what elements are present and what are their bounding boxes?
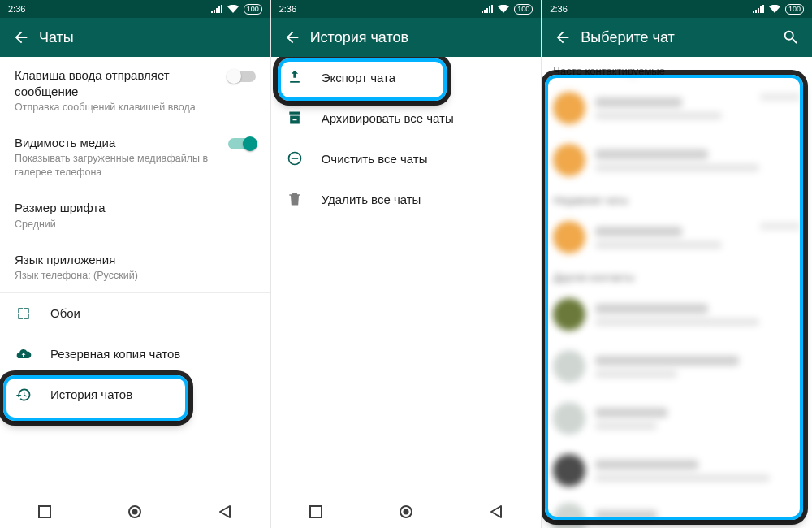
circle-icon (399, 504, 413, 519)
nav-recent-button[interactable] (22, 500, 67, 523)
nav-back-button[interactable] (202, 500, 248, 523)
pane-chats-settings: 2:36 100 Чаты Клавиша ввода отправляет с… (0, 0, 270, 528)
setting-wallpaper[interactable]: Обои (0, 293, 270, 334)
action-label: Удалить все чаты (322, 193, 421, 206)
status-bar: 2:36 100 (271, 0, 542, 18)
wallpaper-icon (15, 305, 32, 322)
search-button[interactable] (776, 23, 806, 52)
action-archive-all[interactable]: Архивировать все чаты (271, 97, 542, 138)
export-icon (286, 68, 304, 86)
blur-overlay (542, 76, 812, 528)
toggle-media-visibility[interactable] (228, 138, 256, 149)
nav-home-button[interactable] (383, 500, 429, 523)
setting-chat-backup[interactable]: Резервная копия чатов (0, 334, 270, 374)
setting-enter-sends[interactable]: Клавиша ввода отправляет сообщение Отпра… (0, 57, 270, 124)
battery-icon: 100 (514, 4, 533, 15)
triangle-back-icon (490, 505, 502, 518)
setting-title: Язык приложения (15, 252, 256, 268)
circle-icon (127, 504, 142, 519)
page-title: Выберите чат (581, 29, 776, 46)
setting-media-visibility[interactable]: Видимость медиа Показывать загруженные м… (0, 124, 270, 189)
page-title: История чатов (310, 29, 535, 46)
status-icons: 100 (211, 4, 262, 15)
setting-chat-history[interactable]: История чатов (0, 374, 270, 415)
history-content: Экспорт чата Архивировать все чаты Очист… (271, 57, 542, 496)
setting-subtitle: Отправка сообщений клавишей ввода (15, 101, 222, 115)
history-icon (15, 386, 32, 404)
battery-icon: 100 (785, 4, 804, 15)
setting-label: Резервная копия чатов (50, 347, 180, 361)
svg-rect-0 (39, 506, 50, 517)
back-button[interactable] (278, 23, 307, 52)
android-nav-bar (271, 496, 542, 528)
status-time: 2:36 (8, 4, 25, 14)
signal-icon (211, 5, 222, 13)
app-bar: Выберите чат (542, 18, 812, 57)
pane-chat-history: 2:36 100 История чатов Экспорт чата (271, 0, 542, 528)
app-bar: История чатов (271, 18, 542, 57)
setting-subtitle: Средний (15, 218, 256, 232)
setting-font-size[interactable]: Размер шрифта Средний (0, 189, 270, 240)
nav-home-button[interactable] (112, 500, 158, 523)
setting-title: Клавиша ввода отправляет сообщение (15, 67, 222, 99)
clear-icon (286, 149, 304, 167)
settings-content: Клавиша ввода отправляет сообщение Отпра… (0, 57, 270, 496)
svg-rect-5 (310, 506, 322, 517)
square-icon (309, 505, 322, 518)
page-title: Чаты (39, 29, 264, 46)
square-icon (38, 505, 51, 518)
svg-point-7 (404, 509, 409, 515)
action-label: Очистить все чаты (322, 152, 428, 166)
triangle-back-icon (219, 505, 231, 518)
status-bar: 2:36 100 (0, 0, 270, 18)
status-icons: 100 (482, 4, 533, 15)
action-clear-all[interactable]: Очистить все чаты (271, 138, 542, 179)
chat-list-content: Часто контактируемые Недавние чаты Други… (542, 57, 812, 528)
signal-icon (753, 5, 764, 13)
status-time: 2:36 (550, 4, 567, 14)
wifi-icon (498, 5, 509, 13)
arrow-back-icon (554, 28, 572, 46)
cloud-upload-icon (15, 345, 32, 363)
pane-select-chat: 2:36 100 Выберите чат Часто контактируем… (542, 0, 812, 528)
setting-subtitle: Язык телефона: (Русский) (15, 269, 256, 283)
toggle-enter-sends[interactable] (228, 71, 256, 82)
action-export-chat[interactable]: Экспорт чата (271, 57, 542, 97)
svg-point-2 (132, 509, 138, 515)
action-label: Архивировать все чаты (322, 111, 454, 125)
battery-icon: 100 (244, 4, 262, 15)
app-bar: Чаты (0, 18, 270, 57)
setting-title: Размер шрифта (15, 200, 256, 216)
setting-subtitle: Показывать загруженные медиафайлы в гале… (15, 152, 222, 180)
action-delete-all[interactable]: Удалить все чаты (271, 179, 542, 219)
status-bar: 2:36 100 (542, 0, 812, 18)
action-label: Экспорт чата (322, 71, 395, 84)
arrow-back-icon (283, 28, 301, 46)
wifi-icon (227, 5, 239, 13)
back-button[interactable] (548, 23, 577, 52)
archive-icon (286, 109, 304, 127)
status-time: 2:36 (279, 4, 296, 14)
status-icons: 100 (753, 4, 804, 15)
arrow-back-icon (12, 28, 30, 46)
nav-recent-button[interactable] (293, 500, 339, 523)
signal-icon (482, 5, 493, 13)
setting-label: История чатов (50, 387, 132, 401)
trash-icon (286, 190, 304, 208)
back-button[interactable] (6, 23, 36, 52)
setting-app-language[interactable]: Язык приложения Язык телефона: (Русский) (0, 241, 270, 292)
android-nav-bar (0, 496, 270, 528)
setting-title: Видимость медиа (15, 135, 222, 151)
setting-label: Обои (50, 306, 80, 320)
nav-back-button[interactable] (473, 500, 519, 523)
search-icon (782, 28, 800, 46)
wifi-icon (769, 5, 780, 13)
